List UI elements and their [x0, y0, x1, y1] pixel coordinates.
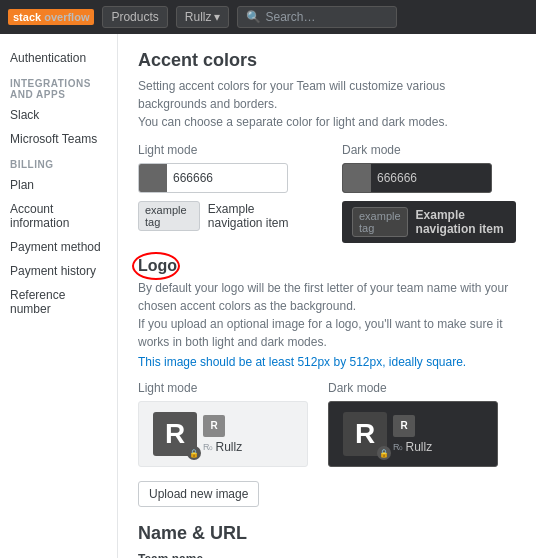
light-color-value[interactable]	[167, 171, 288, 185]
logo-desc2-text: If you upload an optional image for a lo…	[138, 317, 503, 349]
accent-light-mode: Light mode example tag Example navigatio…	[138, 143, 312, 243]
accent-colors-title: Accent colors	[138, 50, 516, 71]
logo-small-icons-light: R R₀ Rullz	[203, 415, 242, 454]
user-button[interactable]: Rullz ▾	[176, 6, 230, 28]
logo-dark-label: Dark mode	[328, 381, 498, 395]
name-url-title: Name & URL	[138, 523, 516, 544]
logo-sm-letter-dark: R	[393, 415, 415, 437]
sidebar-item-reference-number[interactable]: Reference number	[0, 283, 117, 321]
logo-team-row-light: R₀ Rullz	[203, 440, 242, 454]
accent-dark-mode: Dark mode example tag Example navigation…	[342, 143, 516, 243]
search-box[interactable]: 🔍 Search…	[237, 6, 397, 28]
dark-color-input[interactable]	[342, 163, 492, 193]
logo-sm-letter-light: R	[203, 415, 225, 437]
logo-sub-r-dark: R₀	[393, 442, 404, 452]
logo-title-text: Logo	[138, 257, 177, 274]
logo-sub-r-light: R₀	[203, 442, 214, 452]
logo-light-label: Light mode	[138, 381, 308, 395]
light-nav-preview: example tag Example navigation item	[138, 201, 312, 231]
example-nav-light: Example navigation item	[208, 202, 312, 230]
sidebar-item-payment-method[interactable]: Payment method	[0, 235, 117, 259]
dark-nav-preview: example tag Example navigation item	[342, 201, 516, 243]
products-button[interactable]: Products	[102, 6, 167, 28]
sidebar-item-plan[interactable]: Plan	[0, 173, 117, 197]
accent-desc-line2: You can choose a separate color for ligh…	[138, 115, 448, 129]
logo-desc-text: By default your logo will be the first l…	[138, 281, 508, 313]
logo-team-row-dark: R₀ Rullz	[393, 440, 432, 454]
upload-image-button[interactable]: Upload new image	[138, 481, 259, 507]
light-color-input[interactable]	[138, 163, 288, 193]
logo-letter-char-light: R	[165, 418, 185, 450]
logo-team-name-dark: Rullz	[406, 440, 433, 454]
logo-modes-row: Light mode R 🔒 R R₀ Rullz	[138, 381, 516, 467]
sidebar-item-account-info[interactable]: Account information	[0, 197, 117, 235]
dark-color-value[interactable]	[371, 171, 492, 185]
top-navigation: stack overflow Products Rullz ▾ 🔍 Search…	[0, 0, 536, 34]
team-name-label: Team name	[138, 552, 516, 558]
site-logo[interactable]: stack overflow	[8, 9, 94, 25]
products-label: Products	[111, 10, 158, 24]
logo-preview-dark: R 🔒 R R₀ Rullz	[328, 401, 498, 467]
logo-letter-big-light: R 🔒	[153, 412, 197, 456]
logo-big-light-wrap: R 🔒	[153, 412, 197, 456]
accent-desc-line1: Setting accent colors for your Team will…	[138, 79, 445, 111]
logo-light-col: Light mode R 🔒 R R₀ Rullz	[138, 381, 308, 467]
logo-big-dark-wrap: R 🔒	[343, 412, 387, 456]
logo-lock-badge-dark: 🔒	[377, 446, 391, 460]
logo-team-name-light: Rullz	[216, 440, 243, 454]
logo-title: Logo	[138, 257, 516, 275]
search-placeholder: Search…	[265, 10, 315, 24]
logo-link-text: This image should be at least 512px by 5…	[138, 355, 516, 369]
logo-preview-light: R 🔒 R R₀ Rullz	[138, 401, 308, 467]
dark-mode-label: Dark mode	[342, 143, 516, 157]
logo-section: Logo By default your logo will be the fi…	[138, 257, 516, 523]
example-tag-dark: example tag	[352, 207, 408, 237]
chevron-icon: ▾	[214, 10, 220, 24]
logo-letter-big-dark: R 🔒	[343, 412, 387, 456]
example-nav-dark: Example navigation item	[416, 208, 506, 236]
sidebar-item-authentication[interactable]: Authentication	[0, 46, 117, 70]
accent-modes-row: Light mode example tag Example navigatio…	[138, 143, 516, 243]
logo-desc: By default your logo will be the first l…	[138, 279, 516, 351]
logo-title-annotated: Logo	[138, 257, 177, 275]
main-content: Accent colors Setting accent colors for …	[118, 34, 536, 558]
accent-colors-section: Accent colors Setting accent colors for …	[138, 50, 516, 243]
page-layout: Authentication INTEGRATIONS AND APPS Sla…	[0, 34, 536, 558]
sidebar-item-slack[interactable]: Slack	[0, 103, 117, 127]
logo-lock-badge-light: 🔒	[187, 446, 201, 460]
sidebar-item-microsoft-teams[interactable]: Microsoft Teams	[0, 127, 117, 151]
logo-dark-col: Dark mode R 🔒 R R₀ Rullz	[328, 381, 498, 467]
example-tag-light: example tag	[138, 201, 200, 231]
search-icon: 🔍	[246, 10, 261, 24]
dark-color-swatch	[343, 164, 371, 192]
sidebar-section-integrations: INTEGRATIONS AND APPS	[0, 70, 117, 103]
sidebar: Authentication INTEGRATIONS AND APPS Sla…	[0, 34, 118, 558]
logo-small-icons-dark: R R₀ Rullz	[393, 415, 432, 454]
accent-colors-desc: Setting accent colors for your Team will…	[138, 77, 516, 131]
logo-text: stack overflow	[8, 9, 94, 25]
light-mode-label: Light mode	[138, 143, 312, 157]
name-url-section: Name & URL Team name Your Team name is u…	[138, 523, 516, 558]
logo-letter-char-dark: R	[355, 418, 375, 450]
light-color-swatch	[139, 164, 167, 192]
user-label: Rullz	[185, 10, 212, 24]
sidebar-section-billing: BILLING	[0, 151, 117, 173]
sidebar-item-payment-history[interactable]: Payment history	[0, 259, 117, 283]
